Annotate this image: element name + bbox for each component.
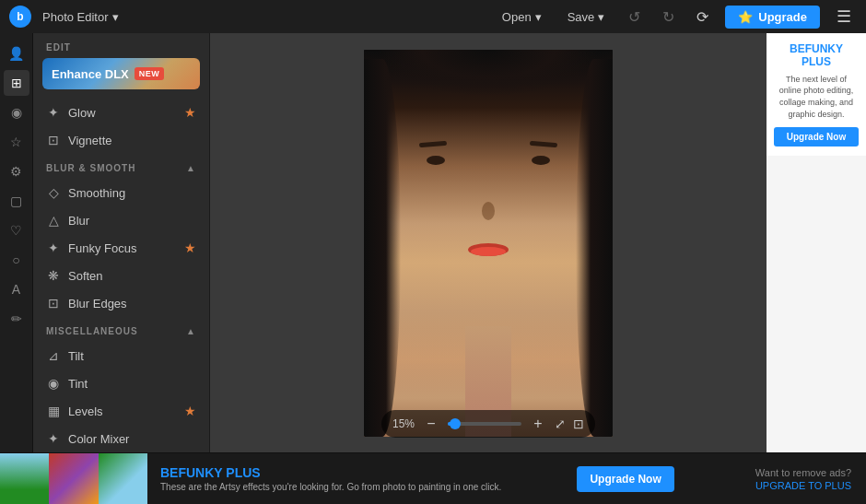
zoom-level-label: 15% bbox=[392, 417, 415, 430]
miscellaneous-title: MISCELLANEOUS bbox=[46, 326, 138, 336]
right-ad-panel: BEFUNKY PLUS The next level of online ph… bbox=[767, 33, 866, 452]
tilt-label: Tilt bbox=[68, 349, 196, 363]
undo-button[interactable]: ↺ bbox=[623, 5, 646, 29]
soften-icon: ❋ bbox=[46, 268, 61, 283]
open-chevron-icon: ▾ bbox=[535, 10, 542, 24]
zoom-slider[interactable] bbox=[448, 422, 521, 426]
vignette-item[interactable]: ⊡ Vignette bbox=[33, 126, 209, 154]
sidebar-item-star[interactable]: ☆ bbox=[4, 129, 29, 155]
redo-button[interactable]: ↻ bbox=[657, 5, 680, 29]
blur-smooth-chevron: ▲ bbox=[186, 163, 196, 173]
blur-smooth-header[interactable]: BLUR & SMOOTH ▲ bbox=[33, 154, 209, 179]
remove-ads-text: Want to remove ads? bbox=[755, 467, 851, 478]
bottom-banner-title: BEFUNKY PLUS bbox=[160, 465, 501, 480]
sidebar-item-edit[interactable]: ⊞ bbox=[4, 70, 29, 96]
funky-focus-premium-icon: ★ bbox=[184, 240, 196, 255]
glow-icon: ✦ bbox=[46, 105, 61, 120]
glow-item[interactable]: ✦ Glow ★ bbox=[33, 99, 209, 126]
color-mixer-icon: ✦ bbox=[46, 431, 61, 446]
levels-label: Levels bbox=[68, 404, 177, 418]
icon-sidebar: 👤 ⊞ ◉ ☆ ⚙ ▢ ♡ ○ A ✏ bbox=[0, 33, 33, 452]
soften-label: Soften bbox=[68, 269, 196, 283]
upgrade-icon: ⭐ bbox=[738, 10, 753, 24]
sidebar-item-eye[interactable]: ◉ bbox=[4, 100, 29, 125]
app-dropdown-icon: ▾ bbox=[112, 10, 119, 24]
vignette-icon: ⊡ bbox=[46, 133, 61, 147]
funky-focus-label: Funky Focus bbox=[68, 241, 177, 255]
levels-icon: ▦ bbox=[46, 404, 61, 418]
upgrade-to-plus-link[interactable]: UPGRADE TO PLUS bbox=[755, 480, 851, 491]
tint-icon: ◉ bbox=[46, 376, 61, 391]
sidebar-item-overlays[interactable]: ○ bbox=[4, 247, 29, 273]
main-area: 👤 ⊞ ◉ ☆ ⚙ ▢ ♡ ○ A ✏ EDIT Enhance DLX NEW… bbox=[0, 33, 866, 452]
tilt-item[interactable]: ⊿ Tilt bbox=[33, 342, 209, 369]
upgrade-button[interactable]: ⭐ Upgrade bbox=[725, 6, 820, 29]
soften-item[interactable]: ❋ Soften bbox=[33, 262, 209, 289]
funky-focus-icon: ✦ bbox=[46, 240, 61, 255]
sidebar-item-draw[interactable]: ✏ bbox=[4, 306, 29, 332]
blur-icon: △ bbox=[46, 213, 61, 228]
enhance-banner-text: Enhance DLX bbox=[52, 67, 129, 81]
canvas-area[interactable]: 15% − + ⤢ ⊡ bbox=[210, 33, 767, 452]
save-button[interactable]: Save ▾ bbox=[560, 6, 613, 28]
tint-label: Tint bbox=[68, 377, 196, 391]
sidebar-item-text[interactable]: A bbox=[4, 276, 29, 302]
bottom-banner: BEFUNKY PLUS These are the Artsy effects… bbox=[0, 452, 866, 504]
new-badge: NEW bbox=[135, 67, 165, 80]
blur-edges-item[interactable]: ⊡ Blur Edges bbox=[33, 289, 209, 317]
topbar: b Photo Editor ▾ Open ▾ Save ▾ ↺ ↻ ⟳ ⭐ U… bbox=[0, 0, 866, 33]
smoothing-icon: ◇ bbox=[46, 185, 61, 200]
blur-edges-label: Blur Edges bbox=[68, 297, 196, 311]
blur-item[interactable]: △ Blur bbox=[33, 206, 209, 234]
funky-focus-item[interactable]: ✦ Funky Focus ★ bbox=[33, 234, 209, 262]
bottom-upgrade-button[interactable]: Upgrade Now bbox=[577, 466, 673, 492]
color-mixer-item[interactable]: ✦ Color Mixer bbox=[33, 425, 209, 452]
miscellaneous-chevron: ▲ bbox=[186, 326, 196, 336]
zoom-out-button[interactable]: − bbox=[422, 415, 440, 433]
zoom-fit-button[interactable]: ⊡ bbox=[573, 416, 584, 431]
bottom-banner-images bbox=[0, 453, 147, 505]
glow-premium-icon: ★ bbox=[184, 105, 196, 120]
sidebar-item-person[interactable]: 👤 bbox=[4, 41, 29, 66]
glow-label: Glow bbox=[68, 106, 177, 120]
sidebar-item-frames[interactable]: ▢ bbox=[4, 188, 29, 214]
open-button[interactable]: Open ▾ bbox=[495, 6, 549, 28]
smoothing-item[interactable]: ◇ Smoothing bbox=[33, 179, 209, 206]
sidebar-item-effects[interactable]: ⚙ bbox=[4, 158, 29, 184]
blur-label: Blur bbox=[68, 214, 196, 228]
blur-smooth-title: BLUR & SMOOTH bbox=[46, 163, 135, 173]
edit-section-label: EDIT bbox=[33, 33, 209, 58]
tilt-icon: ⊿ bbox=[46, 348, 61, 363]
left-panel: EDIT Enhance DLX NEW ✦ Glow ★ ⊡ Vignette… bbox=[33, 33, 210, 452]
bottom-banner-desc: These are the Artsy effects you're looki… bbox=[160, 482, 501, 492]
menu-button[interactable]: ☰ bbox=[831, 3, 857, 30]
ad-brand-name: BEFUNKY PLUS bbox=[774, 42, 859, 69]
levels-item[interactable]: ▦ Levels ★ bbox=[33, 397, 209, 425]
zoom-expand-button[interactable]: ⤢ bbox=[555, 416, 566, 431]
app-name[interactable]: Photo Editor ▾ bbox=[42, 10, 119, 24]
app-logo: b bbox=[9, 6, 31, 28]
ad-description: The next level of online photo editing, … bbox=[774, 74, 859, 120]
levels-premium-icon: ★ bbox=[184, 404, 196, 418]
zoom-bar: 15% − + ⤢ ⊡ bbox=[381, 410, 595, 438]
tint-item[interactable]: ◉ Tint bbox=[33, 369, 209, 397]
save-chevron-icon: ▾ bbox=[598, 10, 604, 24]
smoothing-label: Smoothing bbox=[68, 186, 196, 200]
blur-edges-icon: ⊡ bbox=[46, 296, 61, 311]
bottom-banner-right: Want to remove ads? UPGRADE TO PLUS bbox=[755, 467, 851, 491]
enhance-banner[interactable]: Enhance DLX NEW bbox=[42, 58, 200, 89]
ad-top-section: BEFUNKY PLUS The next level of online ph… bbox=[767, 33, 866, 156]
bb-image-2 bbox=[49, 453, 98, 505]
sidebar-item-textures[interactable]: ♡ bbox=[4, 217, 29, 243]
bottom-banner-content: BEFUNKY PLUS These are the Artsy effects… bbox=[147, 458, 514, 499]
color-mixer-label: Color Mixer bbox=[68, 432, 196, 446]
miscellaneous-header[interactable]: MISCELLANEOUS ▲ bbox=[33, 317, 209, 342]
zoom-in-button[interactable]: + bbox=[529, 415, 547, 433]
vignette-label: Vignette bbox=[68, 134, 196, 147]
refresh-button[interactable]: ⟳ bbox=[691, 5, 714, 29]
ad-upgrade-button[interactable]: Upgrade Now bbox=[774, 127, 859, 147]
bb-image-1 bbox=[0, 453, 49, 505]
zoom-slider-thumb[interactable] bbox=[450, 418, 461, 429]
canvas-image bbox=[364, 50, 613, 437]
bb-image-3 bbox=[99, 453, 147, 505]
